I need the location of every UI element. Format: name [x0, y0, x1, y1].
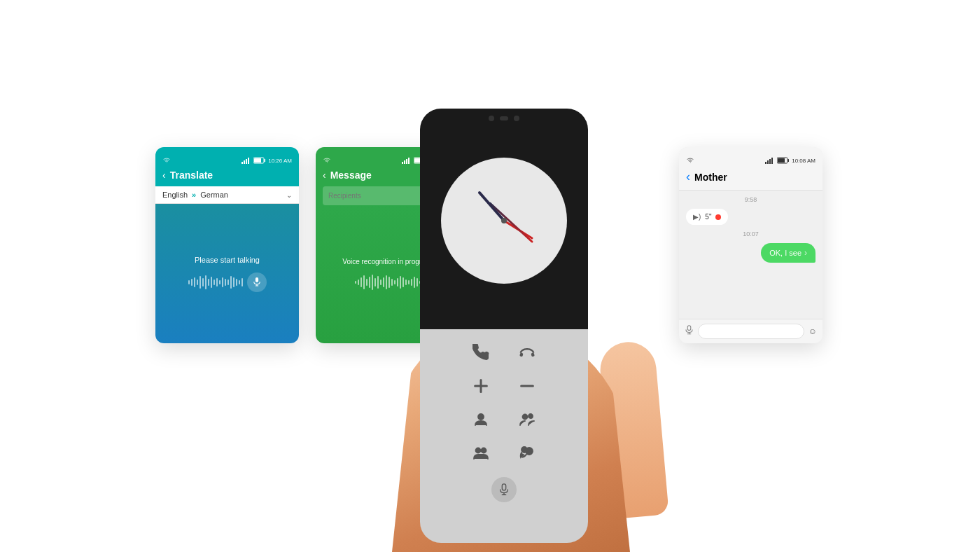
call-button[interactable]: [468, 340, 493, 365]
svg-rect-39: [765, 162, 766, 164]
svg-rect-25: [531, 352, 534, 357]
keypad-row-2: [468, 373, 540, 399]
chat-footer: ☺: [679, 319, 822, 343]
svg-rect-10: [402, 162, 403, 164]
chat-contact-name: Mother: [694, 172, 727, 183]
translate-lang-row[interactable]: English » German ⌄: [155, 186, 299, 204]
chat-screen: 10:08 AM ‹ Mother 9:58 ▶) 5" 10:07: [679, 147, 822, 343]
camera-dot: [489, 116, 494, 121]
keypad-row-3: [468, 407, 540, 432]
message-back-button[interactable]: ‹: [323, 170, 326, 181]
phone-screen: [420, 109, 588, 333]
translate-mic-icon[interactable]: [247, 272, 267, 292]
translate-lang-from: English: [162, 191, 188, 199]
svg-rect-6: [254, 158, 261, 163]
speaker-grille: [500, 116, 508, 120]
message-wifi-icon: [323, 154, 331, 167]
svg-line-22: [490, 203, 532, 242]
chat-back-button[interactable]: ‹: [686, 170, 690, 184]
translate-lang-arrow: »: [192, 191, 196, 199]
group-button[interactable]: [468, 441, 493, 466]
svg-point-33: [482, 448, 486, 453]
svg-rect-2: [246, 159, 247, 164]
message-waveform: [355, 274, 421, 291]
voice-play-icon[interactable]: ▶): [693, 213, 701, 221]
svg-point-32: [476, 448, 481, 453]
svg-rect-40: [767, 160, 769, 164]
svg-point-29: [478, 414, 484, 420]
translate-title: Translate: [170, 170, 213, 181]
translate-header: 10:26 AM ‹ Translate: [155, 147, 299, 186]
chat-bubble-sent: OK, I see ›: [761, 243, 816, 263]
chat-wifi-icon: [686, 154, 694, 167]
chat-status-bar: 10:08 AM: [686, 154, 816, 167]
svg-rect-1: [244, 160, 245, 164]
svg-rect-0: [241, 162, 243, 164]
svg-point-31: [528, 414, 533, 418]
voice-recording-dot: [715, 214, 721, 220]
svg-rect-13: [408, 158, 410, 164]
scene: 10:26 AM ‹ Translate English » German ⌄ …: [0, 0, 980, 552]
svg-point-35: [522, 447, 527, 453]
recipients-input[interactable]: [328, 192, 434, 200]
svg-rect-24: [519, 352, 523, 357]
voice-message-bubble: ▶) 5": [686, 209, 728, 225]
chat-header: 10:08 AM ‹ Mother: [679, 147, 822, 191]
chat-status-right: 10:08 AM: [765, 157, 816, 164]
chat-body: 9:58 ▶) 5" 10:07 OK, I see ›: [679, 191, 822, 319]
keypad-row-1: [468, 340, 540, 365]
svg-point-23: [501, 218, 507, 223]
svg-rect-42: [771, 158, 773, 164]
volume-up-button[interactable]: [468, 373, 493, 399]
phone-keypad: [420, 329, 588, 543]
chat-nav-row: ‹ Mother: [686, 170, 816, 184]
camera-dot-2: [514, 116, 519, 121]
keypad-row-4: [468, 441, 540, 466]
chat-button[interactable]: [514, 441, 540, 466]
phone-mic-button[interactable]: [491, 477, 517, 502]
svg-rect-41: [769, 159, 771, 164]
chat-input[interactable]: [698, 324, 804, 339]
phone-device: [420, 109, 588, 543]
svg-rect-7: [255, 277, 258, 282]
translate-lang-dropdown-icon[interactable]: ⌄: [286, 191, 292, 199]
translate-status-bar: 10:26 AM: [162, 154, 292, 167]
translate-waveform: [188, 274, 243, 291]
svg-rect-12: [406, 159, 407, 164]
translate-time: 10:26 AM: [268, 158, 292, 164]
chat-time: 10:08 AM: [792, 158, 816, 164]
translate-wifi-icon: [162, 154, 171, 167]
chat-emoji-icon[interactable]: ☺: [808, 326, 817, 336]
message-title: Message: [330, 170, 372, 181]
contact-button[interactable]: [468, 407, 493, 432]
keypad-mic-row: [491, 477, 517, 502]
voice-duration: 5": [705, 213, 711, 221]
svg-line-20: [479, 193, 504, 221]
svg-rect-46: [687, 326, 691, 331]
svg-rect-45: [778, 158, 785, 163]
chat-mic-icon[interactable]: [685, 325, 694, 338]
chat-time-1: 9:58: [686, 196, 816, 203]
svg-rect-3: [248, 158, 249, 164]
svg-rect-44: [788, 159, 790, 162]
translate-lang-to: German: [200, 191, 228, 199]
chat-bubble-chevron: ›: [804, 248, 807, 258]
clock-face: [441, 158, 567, 284]
translate-prompt: Please start talking: [195, 256, 260, 264]
end-call-button[interactable]: [514, 340, 540, 365]
contact-alt-button[interactable]: [514, 407, 540, 432]
chat-bubble-row: OK, I see ›: [686, 243, 816, 263]
svg-point-30: [523, 415, 528, 420]
translate-screen: 10:26 AM ‹ Translate English » German ⌄ …: [155, 147, 299, 343]
translate-waveform-area: [188, 272, 267, 292]
volume-down-button[interactable]: [514, 373, 540, 399]
translate-body: Please start talking: [155, 204, 299, 343]
translate-status-right: 10:26 AM: [241, 157, 292, 164]
translate-nav-row: ‹ Translate: [162, 170, 292, 186]
voice-recognition-text: Voice recognition in progress: [342, 258, 432, 265]
phone-notch: [489, 116, 519, 121]
svg-rect-11: [404, 160, 405, 164]
translate-back-button[interactable]: ‹: [162, 170, 166, 181]
svg-rect-5: [265, 159, 266, 162]
svg-rect-36: [502, 484, 505, 490]
